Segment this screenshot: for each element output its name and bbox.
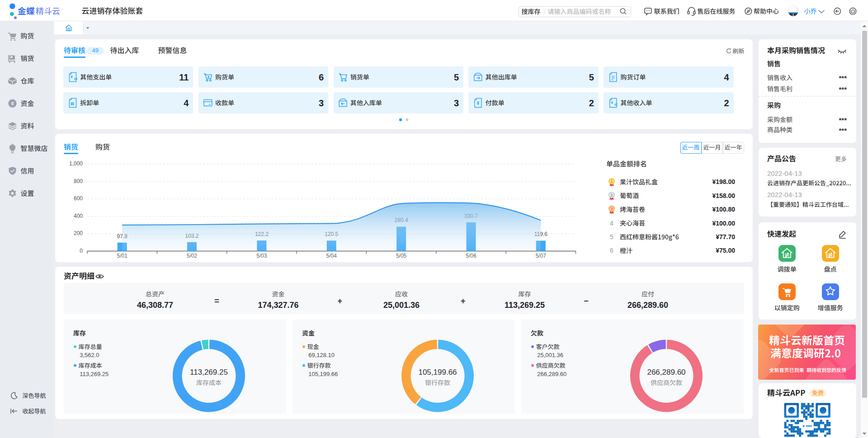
- svg-text:¥: ¥: [71, 75, 73, 79]
- svg-text:¥: ¥: [11, 101, 14, 106]
- svg-text:3: 3: [610, 207, 613, 211]
- svg-text:¥: ¥: [477, 101, 480, 106]
- svg-text:1: 1: [610, 179, 613, 184]
- svg-text:¥: ¥: [611, 100, 613, 105]
- svg-text:2: 2: [610, 193, 613, 198]
